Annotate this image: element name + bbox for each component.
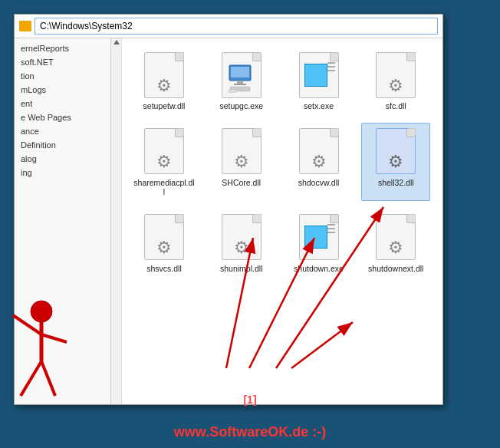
file-label-shell32: shell32.dll (378, 178, 414, 188)
file-icon-setx (296, 50, 342, 100)
doc-lines-shutdown (327, 224, 335, 233)
gear-icon-shcore: ⚙ (234, 153, 249, 170)
file-icon-shutdownext: ⚙ (373, 212, 419, 262)
website-text: www.SoftwareOK.de :-) (174, 424, 326, 440)
gear-icon-shell32: ⚙ (388, 153, 403, 170)
sidebar-item-1[interactable]: soft.NET (15, 55, 110, 69)
blue-square-shutdown (304, 226, 327, 249)
blue-square-setx (304, 64, 327, 87)
file-label-shdocvw: shdocvw.dll (298, 178, 340, 188)
computer-svg (228, 64, 255, 93)
file-item-shdocvw[interactable]: ⚙ shdocvw.dll (285, 123, 354, 201)
sidebar-item-8[interactable]: alog (15, 152, 110, 166)
sidebar-item-2[interactable]: tion (15, 69, 110, 83)
file-label-shutdown: shutdown.exe (294, 264, 344, 274)
sidebar: ernelReports soft.NET tion mLogs ent e W… (15, 38, 122, 404)
file-label-shunimpl: shunimpl.dll (220, 264, 262, 274)
sidebar-item-0[interactable]: ernelReports (15, 41, 110, 55)
file-icon-shdocvw: ⚙ (296, 127, 342, 176)
gear-icon-sfc: ⚙ (388, 77, 403, 94)
file-icon-shell32: ⚙ (373, 127, 419, 176)
file-label-setx: setx.exe (304, 101, 334, 111)
file-icon-shsvcs: ⚙ (141, 212, 187, 262)
file-item-shcore[interactable]: ⚙ SHCore.dll (207, 123, 276, 201)
sidebar-item-9[interactable]: ing (15, 166, 110, 180)
sidebar-item-4[interactable]: ent (15, 97, 110, 110)
file-item-sfc[interactable]: ⚙ sfc.dll (361, 46, 430, 115)
file-label-shutdownext: shutdownext.dll (368, 264, 423, 274)
sidebar-item-5[interactable]: e Web Pages (15, 110, 110, 124)
file-item-shsvcs[interactable]: ⚙ shsvcs.dll (130, 209, 199, 278)
sidebar-item-6[interactable]: ance (15, 124, 110, 138)
gear-icon-shdocvw: ⚙ (311, 153, 327, 170)
file-item-shell32[interactable]: ⚙ shell32.dll (361, 123, 430, 201)
file-label-sharemediacpl: sharemediacpl.dll (133, 178, 195, 197)
file-icon-shutdown (296, 212, 342, 262)
file-icon-sharemediacpl: ⚙ (141, 127, 187, 176)
file-icon-setupgc (219, 50, 265, 100)
explorer-window: ernelReports soft.NET tion mLogs ent e W… (14, 14, 443, 405)
file-item-shutdownext[interactable]: ⚙ shutdownext.dll (361, 209, 430, 278)
file-label-shsvcs: shsvcs.dll (146, 264, 182, 274)
svg-rect-5 (229, 90, 236, 93)
sidebar-item-3[interactable]: mLogs (15, 83, 110, 97)
scroll-up-arrow[interactable] (113, 40, 120, 44)
file-item-shutdown[interactable]: shutdown.exe (285, 209, 354, 278)
annotation-bracket: [1] (243, 394, 256, 406)
file-label-setupetw: setupetw.dll (143, 101, 186, 111)
file-icon-setupetw: ⚙ (141, 50, 187, 100)
file-icon-sfc: ⚙ (373, 50, 419, 100)
file-grid-container: ⚙ setupetw.dll (122, 38, 442, 404)
gear-icon-shsvcs: ⚙ (156, 239, 172, 256)
gear-icon-setupetw: ⚙ (156, 77, 172, 94)
file-item-setupetw[interactable]: ⚙ setupetw.dll (130, 46, 199, 115)
file-icon-shcore: ⚙ (219, 127, 265, 176)
doc-lines-setx (327, 62, 335, 71)
svg-rect-1 (231, 67, 249, 77)
sidebar-item-7[interactable]: Definition (15, 138, 110, 152)
file-item-sharemediacpl[interactable]: ⚙ sharemediacpl.dll (130, 123, 199, 201)
address-input[interactable] (35, 18, 438, 35)
explorer-body: ernelReports soft.NET tion mLogs ent e W… (15, 38, 442, 404)
gear-icon-shunimpl: ⚙ (234, 239, 249, 256)
folder-icon (19, 21, 31, 31)
file-icon-shunimpl: ⚙ (219, 212, 265, 262)
gear-icon-shutdownext: ⚙ (388, 239, 403, 256)
file-item-shunimpl[interactable]: ⚙ shunimpl.dll (207, 209, 276, 278)
file-label-sfc: sfc.dll (386, 101, 406, 111)
file-label-shcore: SHCore.dll (222, 178, 261, 188)
file-label-setupgc: setupgc.exe (219, 101, 263, 111)
svg-rect-2 (237, 81, 243, 84)
file-item-setx[interactable]: setx.exe (285, 46, 354, 115)
svg-rect-3 (234, 84, 246, 85)
file-grid: ⚙ setupetw.dll (130, 46, 435, 277)
address-bar (15, 15, 442, 38)
gear-icon-sharemediacpl: ⚙ (156, 153, 172, 170)
file-item-setupgc[interactable]: setupgc.exe (207, 46, 276, 115)
